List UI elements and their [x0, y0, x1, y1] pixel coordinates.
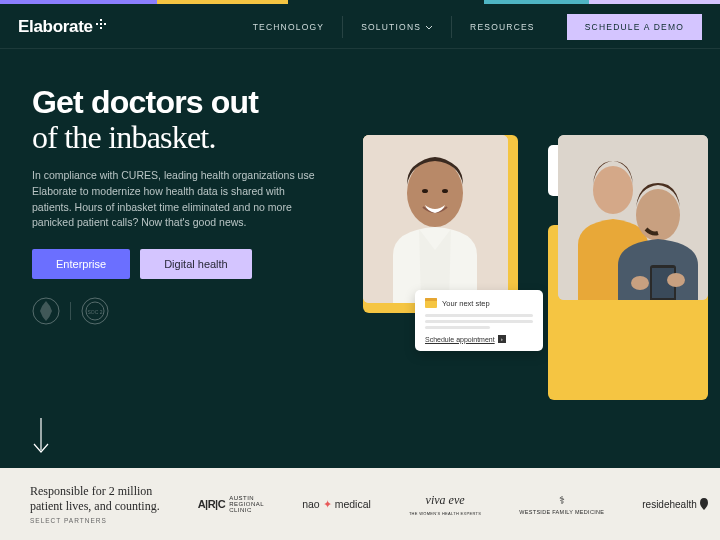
schedule-demo-button[interactable]: SCHEDULE A DEMO: [567, 14, 702, 40]
scroll-down-arrow-icon[interactable]: [32, 416, 50, 460]
svg-text:SOC 2: SOC 2: [87, 309, 102, 315]
hero-graphics: Your next step Schedule appointment › Pa…: [363, 135, 708, 415]
nav-resources[interactable]: RESOURCES: [451, 16, 553, 38]
hipaa-badge-icon: [32, 297, 60, 325]
partner-viva: viva eve THE WOMEN'S HEALTH EXPERTS: [409, 493, 481, 516]
hero-heading: Get doctors out of the inbasket.: [32, 85, 352, 154]
svg-point-12: [442, 189, 448, 193]
main-nav: Elaborate TECHNOLOGY SOLUTIONS RESOURCES…: [0, 4, 720, 49]
couple-image: [558, 135, 708, 300]
soc2-badge-icon: SOC 2: [81, 297, 109, 325]
svg-point-22: [631, 276, 649, 290]
brand-name: Elaborate: [18, 17, 93, 37]
pin-icon: [699, 498, 709, 510]
svg-point-18: [593, 166, 633, 214]
svg-rect-1: [96, 23, 98, 25]
brand-logo[interactable]: Elaborate: [18, 17, 106, 37]
next-step-title: Your next step: [442, 299, 490, 308]
svg-point-23: [667, 273, 685, 287]
arrow-right-icon: ›: [498, 335, 506, 343]
nav-items: TECHNOLOGY SOLUTIONS RESOURCES SCHEDULE …: [235, 14, 702, 40]
partners-heading: Responsible for 2 millionpatient lives, …: [30, 484, 160, 524]
partner-reside: residehealth: [642, 498, 708, 510]
digital-health-button[interactable]: Digital health: [140, 249, 252, 279]
enterprise-button[interactable]: Enterprise: [32, 249, 130, 279]
cta-row: Enterprise Digital health: [32, 249, 352, 279]
partner-westside: ⚕ WESTSIDE FAMILY MEDICINE: [519, 494, 604, 515]
chevron-down-icon: [425, 22, 433, 32]
envelope-icon: [425, 298, 437, 308]
hero-copy: Get doctors out of the inbasket. In comp…: [32, 85, 352, 325]
compliance-badges: SOC 2: [32, 297, 352, 325]
doctor-image: [363, 135, 508, 303]
accent-bar: [0, 0, 720, 4]
nav-solutions[interactable]: SOLUTIONS: [342, 16, 451, 38]
schedule-appointment-link[interactable]: Schedule appointment ›: [425, 335, 533, 343]
svg-point-11: [422, 189, 428, 193]
hero: Get doctors out of the inbasket. In comp…: [0, 49, 720, 325]
hero-subtext: In compliance with CURES, leading health…: [32, 168, 322, 231]
svg-rect-3: [100, 27, 102, 29]
logo-sparkle-icon: [96, 19, 106, 29]
svg-rect-4: [100, 23, 102, 25]
nav-technology[interactable]: TECHNOLOGY: [235, 16, 343, 38]
partners-strip: Responsible for 2 millionpatient lives, …: [0, 468, 720, 540]
partner-nao: nao✦medical: [302, 498, 371, 510]
svg-rect-2: [104, 23, 106, 25]
next-step-card: Your next step Schedule appointment ›: [415, 290, 543, 351]
svg-rect-0: [100, 19, 102, 21]
partner-arc: A|R|C AUSTINREGIONALCLINIC: [198, 495, 265, 513]
svg-point-10: [407, 159, 463, 227]
